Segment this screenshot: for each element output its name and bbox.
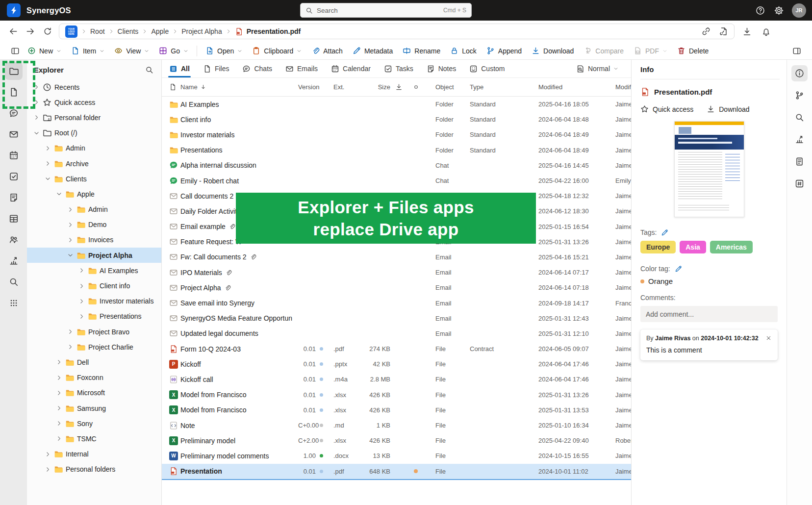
tab-custom[interactable]: Custom (469, 60, 505, 77)
table-row[interactable]: WPreliminary model comments1.00.docx13 K… (162, 448, 631, 463)
tree-item-quick-access[interactable]: Quick access (27, 95, 161, 110)
table-row[interactable]: NoteC+0.00.md1 KBFile2025-01-10 16:34Jai… (162, 418, 631, 433)
panel-details-button[interactable] (791, 153, 808, 170)
tree-item-admin[interactable]: Admin (27, 202, 161, 217)
table-row[interactable]: XPreliminary modelC+2.00.xlsx426 KBFile2… (162, 433, 631, 448)
chevron-right-icon[interactable] (56, 435, 62, 442)
tree-item-foxconn[interactable]: Foxconn (27, 370, 161, 385)
panel-activity-button[interactable] (791, 131, 808, 148)
tree-item-microsoft[interactable]: Microsoft (27, 385, 161, 401)
chevron-right-icon[interactable] (56, 405, 62, 411)
breadcrumb-item-clients[interactable]: Clients (118, 27, 139, 35)
tree-item-samsung[interactable]: Samsung (27, 401, 161, 416)
tag-chip-asia[interactable]: Asia (680, 241, 706, 253)
tree-item-presentations[interactable]: Presentations (27, 309, 161, 324)
rename-button[interactable]: Rename (398, 44, 445, 58)
rail-calendar-button[interactable] (5, 147, 23, 164)
chevron-right-icon[interactable] (67, 237, 74, 243)
breadcrumb-item-apple[interactable]: Apple (151, 27, 169, 35)
chevron-right-icon[interactable] (67, 328, 74, 335)
add-comment-input[interactable]: Add comment... (640, 306, 778, 322)
chevron-right-icon[interactable] (45, 145, 51, 152)
tab-all[interactable]: All (169, 60, 190, 77)
table-row[interactable]: Form 10-Q 2024-030.01.pdf274 KBFileContr… (162, 341, 631, 356)
tree-item-personal-folders[interactable]: Personal folders (27, 462, 161, 477)
document-link-icon[interactable] (719, 27, 728, 36)
edit-pencil-icon[interactable] (661, 229, 668, 236)
table-row[interactable]: IPO MaterialsEmail2024-06-14 07:17Jaime … (162, 265, 631, 280)
tree-item-archive[interactable]: Archive (27, 156, 161, 171)
quick-access-button[interactable]: Quick access (640, 105, 693, 113)
table-row[interactable]: SynergyOS Media Feature OpportunEmail202… (162, 311, 631, 326)
rail-chats-button[interactable] (5, 104, 23, 122)
table-row[interactable]: Kickoff call0.01.m4a2.8 MBFile2024-06-04… (162, 372, 631, 387)
panel-versions-button[interactable] (791, 87, 808, 103)
refresh-button[interactable] (42, 26, 53, 37)
rail-search-button[interactable] (5, 273, 23, 291)
close-icon[interactable] (765, 335, 772, 341)
pdf-thumbnail[interactable] (674, 121, 744, 217)
table-row[interactable]: XModel from Francisco0.01.xlsx426 KBFile… (162, 403, 631, 418)
help-button[interactable] (755, 5, 765, 16)
column-header-download[interactable] (390, 83, 407, 91)
tree-item-investor-materials[interactable]: Investor materials (27, 294, 161, 309)
rail-emails-button[interactable] (5, 126, 23, 143)
append-button[interactable]: Append (482, 44, 527, 58)
tree-item-project-bravo[interactable]: Project Bravo (27, 324, 161, 339)
tree-item-project-alpha[interactable]: Project Alpha (27, 248, 161, 263)
open-button[interactable]: Open (201, 44, 247, 58)
chevron-right-icon[interactable] (78, 298, 85, 304)
breadcrumb-item-root[interactable]: Root (90, 27, 105, 35)
table-row[interactable]: Fw: Call documents 2Email2025-04-16 15:2… (162, 250, 631, 265)
edit-pencil-icon[interactable] (675, 265, 682, 273)
tree-item-project-charlie[interactable]: Project Charlie (27, 339, 161, 354)
rail-tasks-button[interactable] (5, 168, 23, 185)
chevron-right-icon[interactable] (67, 222, 74, 228)
column-header-version[interactable]: Version (298, 83, 316, 91)
table-row[interactable]: Alpha internal discussionChat2025-04-16 … (162, 158, 631, 173)
forward-button[interactable] (25, 26, 36, 37)
column-header-size[interactable]: Size (357, 83, 390, 91)
chevron-right-icon[interactable] (45, 451, 51, 457)
avatar[interactable]: JR (792, 3, 806, 18)
delete-button[interactable]: Delete (672, 44, 713, 58)
attach-button[interactable]: Attach (306, 44, 348, 58)
tree-item-apple[interactable]: Apple (27, 186, 161, 202)
panel-metadata-button[interactable] (791, 176, 808, 192)
sidebar-search-icon[interactable] (145, 66, 153, 74)
tree-item-personal-folder[interactable]: Personal folder (27, 110, 161, 125)
breadcrumb-current[interactable]: Presentation.pdf (235, 27, 301, 36)
tree-item-root-[interactable]: Root (/) (27, 126, 161, 141)
table-row[interactable]: Client infoFolderStandard2024-06-04 18:4… (162, 112, 631, 127)
chevron-down-icon[interactable] (67, 252, 74, 258)
tab-emails[interactable]: Emails (285, 60, 318, 77)
rail-apps-button[interactable] (5, 294, 23, 312)
rail-files-button[interactable] (5, 83, 23, 101)
download-icon[interactable] (742, 27, 752, 36)
chevron-down-icon[interactable] (45, 176, 51, 182)
tag-chip-americas[interactable]: Americas (710, 241, 753, 253)
chevron-right-icon[interactable] (45, 466, 51, 473)
table-row[interactable]: Emily - Robert chatChat2025-04-22 16:00E… (162, 173, 631, 188)
chevron-down-icon[interactable] (33, 130, 40, 136)
column-header-name[interactable]: Name (180, 83, 298, 91)
tree-item-tsmc[interactable]: TSMC (27, 431, 161, 446)
chevron-right-icon[interactable] (33, 114, 40, 121)
column-header-modified-by[interactable]: Modified by (608, 83, 631, 91)
view-mode-selector[interactable]: Normal (576, 65, 618, 73)
column-header-ext[interactable]: Ext. (327, 83, 357, 91)
toggle-sidebar-button[interactable] (8, 44, 23, 58)
tag-chip-europe[interactable]: Europe (640, 241, 676, 253)
tree-item-sony[interactable]: Sony (27, 416, 161, 431)
table-row[interactable]: XModel from Francisco0.01.xlsx426 KBFile… (162, 387, 631, 403)
tab-chats[interactable]: Chats (242, 60, 272, 77)
column-header-modified[interactable]: Modified (493, 83, 608, 91)
chevron-right-icon[interactable] (45, 160, 51, 167)
view-button[interactable]: View (109, 44, 154, 58)
metadata-button[interactable]: Metadata (348, 44, 398, 58)
clipboard-button[interactable]: Clipboard (247, 44, 306, 58)
lock-button[interactable]: Lock (445, 44, 482, 58)
tab-files[interactable]: Files (203, 60, 229, 77)
tab-tasks[interactable]: Tasks (384, 60, 413, 77)
rail-people-button[interactable] (5, 231, 23, 249)
